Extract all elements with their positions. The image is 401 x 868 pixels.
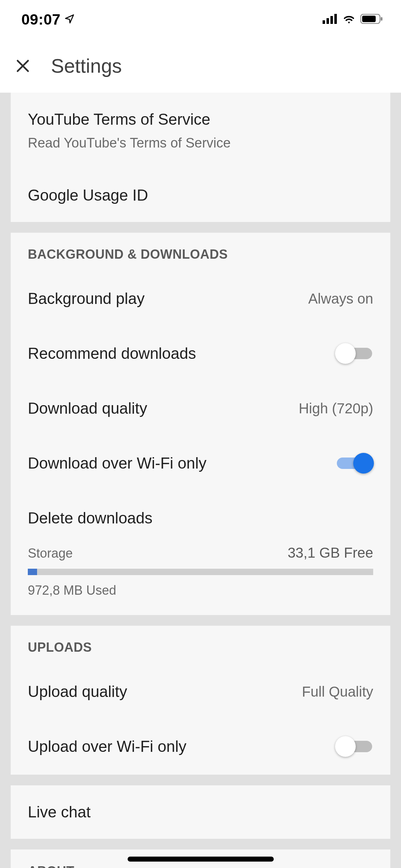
close-icon [15,58,31,74]
row-label: Upload over Wi-Fi only [28,738,186,755]
toggle-recommend-downloads[interactable] [336,343,373,364]
svg-rect-1 [327,18,329,24]
status-time: 09:07 [21,11,61,28]
row-value: High (720p) [299,401,373,417]
row-label: YouTube Terms of Service [28,110,231,128]
toggle-download-wifi-only[interactable] [336,453,373,474]
row-value: Always on [308,291,373,307]
storage-bar [28,569,373,575]
status-bar: 09:07 [0,0,401,39]
row-youtube-tos[interactable]: YouTube Terms of Service Read YouTube's … [11,93,390,169]
row-upload-wifi-only: Upload over Wi-Fi only [11,718,390,775]
row-label: Delete downloads [28,509,153,527]
location-icon [64,14,75,26]
row-label: Download quality [28,399,147,417]
section-legal: YouTube Terms of Service Read YouTube's … [11,93,390,222]
row-label: Download over Wi-Fi only [28,454,206,472]
row-google-usage-id[interactable]: Google Usage ID [11,169,390,222]
row-subtitle: Read YouTube's Terms of Service [28,135,231,151]
section-uploads: UPLOADS Upload quality Full Quality Uplo… [11,626,390,775]
row-label: Background play [28,290,145,308]
svg-rect-5 [362,16,376,22]
svg-rect-6 [381,17,382,21]
row-value: Full Quality [302,684,373,700]
row-upload-quality[interactable]: Upload quality Full Quality [11,665,390,718]
row-label: Upload quality [28,683,127,701]
storage-label: Storage [28,546,73,561]
wifi-icon [342,14,356,25]
page-title: Settings [51,55,122,77]
storage-block: Storage 33,1 GB Free 972,8 MB Used [11,545,390,615]
storage-free: 33,1 GB Free [288,545,373,561]
row-download-quality[interactable]: Download quality High (720p) [11,382,390,435]
home-indicator[interactable] [128,857,274,862]
storage-fill [28,569,37,575]
header: Settings [0,39,401,93]
svg-rect-0 [323,20,325,24]
row-background-play[interactable]: Background play Always on [11,272,390,325]
svg-rect-3 [334,14,337,24]
row-download-wifi-only: Download over Wi-Fi only [11,435,390,491]
row-delete-downloads[interactable]: Delete downloads [11,491,390,545]
section-header: UPLOADS [11,626,390,665]
toggle-upload-wifi-only[interactable] [336,736,373,757]
cellular-icon [323,14,338,25]
section-header: BACKGROUND & DOWNLOADS [11,233,390,272]
row-label: Live chat [28,803,91,821]
svg-rect-2 [330,16,333,24]
row-live-chat[interactable]: Live chat [11,785,390,839]
close-button[interactable] [14,57,31,74]
row-label: Recommend downloads [28,345,196,362]
row-label: Google Usage ID [28,186,148,204]
storage-used: 972,8 MB Used [28,583,373,598]
section-background-downloads: BACKGROUND & DOWNLOADS Background play A… [11,233,390,615]
section-live-chat: Live chat [11,785,390,839]
row-recommend-downloads: Recommend downloads [11,325,390,382]
battery-icon [360,14,383,25]
